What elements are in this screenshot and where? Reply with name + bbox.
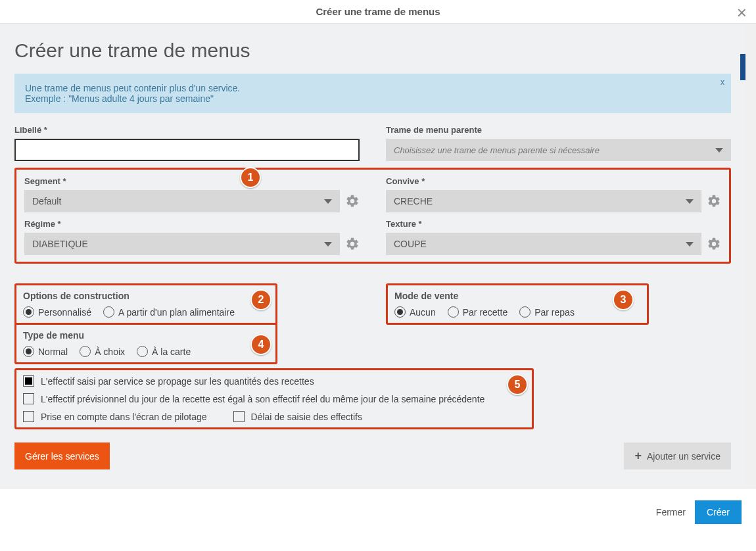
texture-label: Texture *: [386, 219, 721, 229]
ajouter-service-button[interactable]: + Ajouter un service: [624, 443, 731, 469]
parent-select[interactable]: Choisissez une trame de menus parente si…: [386, 139, 731, 161]
gear-icon[interactable]: [707, 237, 721, 251]
badge-3: 3: [613, 289, 634, 310]
modal-body: Créer une trame de menus x Une trame de …: [0, 24, 756, 488]
highlight-box-4: 4 Type de menu Normal À choix À la carte: [14, 323, 277, 364]
segment-label: Segment *: [24, 176, 360, 186]
scrollbar-track[interactable]: [745, 24, 756, 488]
chevron-down-icon: [324, 242, 332, 247]
highlight-box-2: 2 Options de construction Personnalisé A…: [14, 283, 277, 325]
chevron-down-icon: [686, 199, 694, 204]
badge-5: 5: [507, 374, 528, 395]
options-construction-title: Options de construction: [23, 291, 269, 301]
field-segment: Segment * Default: [24, 176, 360, 212]
segment-select[interactable]: Default: [24, 190, 340, 212]
radio-par-repas[interactable]: Par repas: [519, 306, 575, 318]
highlight-box-5: 5 L'effectif saisi par service se propag…: [14, 368, 534, 429]
radio-aucun[interactable]: Aucun: [394, 306, 436, 318]
info-dismiss[interactable]: x: [721, 78, 724, 87]
radio-a-la-carte[interactable]: À la carte: [137, 346, 191, 357]
convive-value: CRECHE: [394, 196, 433, 206]
convive-label: Convive *: [386, 176, 721, 186]
field-parent: Trame de menu parente Choisissez une tra…: [386, 125, 731, 161]
gear-icon[interactable]: [345, 194, 360, 208]
texture-value: COUPE: [394, 239, 427, 249]
field-libelle: Libellé *: [14, 125, 360, 161]
radio-a-choix[interactable]: À choix: [80, 346, 125, 357]
chevron-down-icon: [686, 242, 694, 247]
chevron-down-icon: [324, 199, 332, 204]
segment-value: Default: [32, 196, 61, 206]
info-line1: Une trame de menus peut contenir plus d'…: [25, 83, 721, 93]
regime-value: DIABETIQUE: [32, 239, 88, 249]
badge-1: 1: [240, 167, 261, 188]
plus-icon: +: [634, 449, 642, 463]
radio-plan-alimentaire[interactable]: A partir d'un plan alimentaire: [103, 306, 235, 318]
highlight-box-3: 3 Mode de vente Aucun Par recette Par re…: [386, 283, 649, 325]
scrollbar-thumb-fragment: [740, 54, 745, 80]
modal-title: Créer une trame de menus: [316, 6, 440, 17]
field-regime: Régime * DIABETIQUE: [24, 219, 360, 255]
convive-select[interactable]: CRECHE: [386, 190, 701, 212]
chevron-down-icon: [715, 148, 723, 153]
info-box: x Une trame de menus peut contenir plus …: [14, 74, 731, 113]
radio-par-recette[interactable]: Par recette: [448, 306, 508, 318]
info-line2: Exemple : "Menus adulte 4 jours par sema…: [25, 93, 721, 104]
badge-4: 4: [250, 334, 272, 355]
parent-label: Trame de menu parente: [386, 125, 731, 135]
gerer-services-button[interactable]: Gérer les services: [14, 443, 110, 469]
field-texture: Texture * COUPE: [386, 219, 721, 255]
checkbox-effectif-propage[interactable]: L'effectif saisi par service se propage …: [23, 375, 525, 387]
mode-vente-title: Mode de vente: [394, 291, 640, 301]
regime-label: Régime *: [24, 219, 360, 229]
checkbox-delai-saisie[interactable]: Délai de saisie des effectifs: [233, 411, 362, 422]
fermer-button[interactable]: Fermer: [656, 507, 686, 517]
regime-select[interactable]: DIABETIQUE: [24, 233, 340, 255]
checkbox-effectif-previsionnel[interactable]: L'effectif prévisionnel du jour de la re…: [23, 393, 525, 404]
creer-button[interactable]: Créer: [695, 500, 742, 524]
modal-footer: Fermer Créer: [0, 488, 756, 529]
parent-value: Choisissez une trame de menus parente si…: [394, 145, 600, 155]
gear-icon[interactable]: [707, 194, 721, 208]
checkbox-pilotage[interactable]: Prise en compte dans l'écran de pilotage: [23, 411, 207, 422]
page-title: Créer une trame de menus: [14, 39, 731, 62]
radio-personnalise[interactable]: Personnalisé: [23, 306, 91, 318]
type-menu-title: Type de menu: [23, 330, 269, 341]
modal-header: Créer une trame de menus ×: [0, 0, 756, 24]
texture-select[interactable]: COUPE: [386, 233, 701, 255]
highlight-box-1: 1 Segment * Default Convive *: [14, 168, 731, 264]
radio-normal[interactable]: Normal: [23, 346, 68, 357]
libelle-input[interactable]: [14, 139, 360, 161]
gear-icon[interactable]: [345, 237, 360, 251]
libelle-label: Libellé *: [14, 125, 360, 135]
badge-2: 2: [250, 289, 272, 310]
close-icon[interactable]: ×: [737, 3, 747, 23]
field-convive: Convive * CRECHE: [386, 176, 721, 212]
